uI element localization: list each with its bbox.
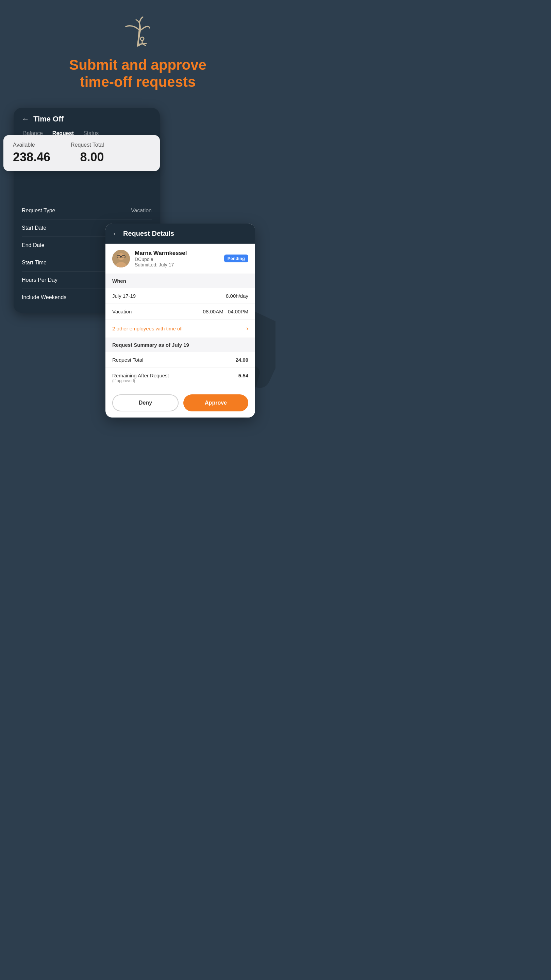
other-employees-row[interactable]: 2 other employees with time off › bbox=[105, 320, 255, 338]
vacation-time-row: Vacation 08:00AM - 04:00PM bbox=[105, 304, 255, 320]
chevron-right-icon: › bbox=[246, 325, 248, 332]
back-button[interactable]: ← bbox=[22, 115, 29, 124]
request-total-summary-val: 24.00 bbox=[235, 357, 248, 363]
hours-per-day-label: Hours Per Day bbox=[22, 277, 57, 283]
remaining-summary-row: Remaining After Request (if approved) 5.… bbox=[105, 368, 255, 388]
request-total-summary-key: Request Total bbox=[112, 357, 143, 363]
request-total-section: Request Total 8.00 bbox=[71, 142, 104, 164]
summary-section-header: Request Summary as of July 19 bbox=[105, 338, 255, 352]
start-date-label: Start Date bbox=[22, 225, 46, 231]
remaining-summary-key: Remaining After Request (if approved) bbox=[112, 372, 169, 383]
request-total-label: Request Total bbox=[71, 142, 104, 148]
employee-department: DCupole bbox=[135, 256, 219, 262]
hero-title: Submit and approve time-off requests bbox=[69, 56, 206, 91]
vacation-type-key: Vacation bbox=[112, 309, 132, 314]
time-off-header: ← Time Off bbox=[14, 108, 160, 127]
available-label: Available bbox=[13, 142, 50, 148]
other-employees-text: 2 other employees with time off bbox=[112, 326, 183, 331]
available-value: 238.46 bbox=[13, 150, 50, 164]
end-date-label: End Date bbox=[22, 242, 44, 248]
employee-submitted: Submitted: July 17 bbox=[135, 262, 219, 267]
employee-row: Marna Warmkessel DCupole Submitted: July… bbox=[105, 243, 255, 274]
time-range-val: 08:00AM - 04:00PM bbox=[203, 309, 248, 314]
employee-info: Marna Warmkessel DCupole Submitted: July… bbox=[135, 250, 219, 267]
remaining-summary-val: 5.54 bbox=[238, 372, 248, 383]
start-time-label: Start Time bbox=[22, 259, 47, 266]
action-row: Deny Approve bbox=[105, 388, 255, 417]
time-off-card-title: Time Off bbox=[33, 115, 64, 124]
balance-card: Available 238.46 Request Total 8.00 bbox=[3, 135, 160, 171]
request-total-summary-row: Request Total 24.00 bbox=[105, 352, 255, 368]
request-total-value: 8.00 bbox=[71, 150, 104, 164]
include-weekends-label: Include Weekends bbox=[22, 294, 66, 301]
svg-point-3 bbox=[140, 37, 144, 40]
cards-container: ← Time Off Balance Request Status Reques… bbox=[0, 108, 275, 414]
date-range-key: July 17-19 bbox=[112, 293, 136, 299]
hero-section: Submit and approve time-off requests bbox=[0, 0, 275, 108]
palm-icon bbox=[119, 14, 156, 51]
available-section: Available 238.46 bbox=[13, 142, 50, 164]
request-type-label: Request Type bbox=[22, 208, 55, 214]
rd-back-button[interactable]: ← bbox=[112, 230, 119, 237]
form-row-request-type: Request Type Vacation bbox=[22, 202, 152, 220]
approve-button[interactable]: Approve bbox=[183, 395, 248, 411]
avatar bbox=[112, 250, 130, 267]
request-details-card: ← Request Details Marna Warmkessel DCupo… bbox=[105, 224, 255, 417]
request-type-value: Vacation bbox=[131, 208, 152, 214]
request-details-header: ← Request Details bbox=[105, 224, 255, 243]
when-section-header: When bbox=[105, 274, 255, 288]
when-label: When bbox=[112, 278, 126, 284]
date-range-row: July 17-19 8.00h/day bbox=[105, 288, 255, 304]
remaining-sub: (if approved) bbox=[112, 379, 169, 383]
pending-badge: Pending bbox=[224, 255, 248, 262]
deny-button[interactable]: Deny bbox=[112, 395, 179, 411]
rd-title: Request Details bbox=[123, 230, 174, 237]
hours-per-day-val: 8.00h/day bbox=[226, 293, 248, 299]
summary-label: Request Summary as of July 19 bbox=[112, 342, 189, 348]
employee-name: Marna Warmkessel bbox=[135, 250, 219, 256]
